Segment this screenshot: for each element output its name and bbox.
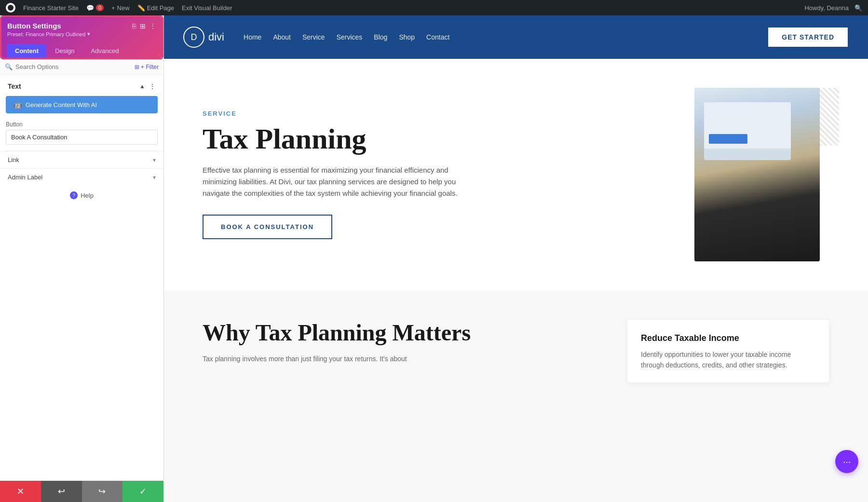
save-button[interactable]: ✓ (122, 481, 163, 502)
search-options-input[interactable] (15, 63, 135, 70)
panel-header: Button Settings ⎘ ⊞ ⋮ Preset: Finance Pr… (1, 17, 162, 58)
search-icon: 🔍 (5, 63, 13, 70)
redo-button[interactable]: ↪ (82, 481, 123, 502)
admin-label-chevron-icon: ▾ (153, 174, 156, 181)
panel-tabs: Content Design Advanced (7, 41, 156, 58)
comment-icon: 💬 (86, 4, 94, 12)
redo-icon: ↪ (98, 486, 106, 497)
ai-icon: 🤖 (14, 101, 22, 109)
tab-advanced[interactable]: Advanced (83, 44, 127, 58)
panel-bottom-bar: ✕ ↩ ↪ ✓ (0, 481, 163, 502)
reduce-taxable-card: Reduce Taxable Income Identify opportuni… (627, 319, 829, 383)
text-section-header[interactable]: Text ▲ ⋮ (0, 79, 163, 94)
duplicate-icon[interactable]: ⎘ (132, 22, 136, 30)
help-label: Help (81, 192, 94, 199)
button-field-group: Button (0, 119, 163, 150)
admin-bar-site-name[interactable]: Finance Starter Site (23, 4, 79, 12)
more-options-icon[interactable]: ⋮ (149, 22, 156, 30)
ai-btn-label: Generate Content With AI (26, 101, 97, 109)
save-icon: ✓ (139, 486, 147, 497)
fab-dots-icon: ··· (843, 456, 851, 467)
nav-service[interactable]: Service (302, 33, 325, 41)
link-chevron-icon: ▾ (153, 157, 156, 163)
link-section-label: Link (8, 156, 19, 163)
cancel-icon: ✕ (17, 486, 24, 497)
preset-chevron-icon: ▾ (87, 31, 90, 37)
admin-label-section-label: Admin Label (8, 174, 42, 181)
settings-sidebar: Button Settings ⎘ ⊞ ⋮ Preset: Finance Pr… (0, 15, 164, 502)
hero-description: Effective tax planning is essential for … (203, 164, 473, 199)
howdy-text: Howdy, Deanna (804, 4, 849, 12)
admin-bar-comments[interactable]: 💬 0 (86, 4, 104, 12)
nav-home[interactable]: Home (244, 33, 261, 41)
layout-icon[interactable]: ⊞ (140, 22, 146, 30)
ai-generate-button[interactable]: 🤖 Generate Content With AI (6, 96, 158, 113)
why-title: Why Tax Planning Matters (203, 319, 598, 346)
button-text-input[interactable] (6, 130, 158, 145)
hero-title: Tax Planning (203, 123, 665, 155)
tab-design[interactable]: Design (47, 44, 82, 58)
card-title: Reduce Taxable Income (641, 333, 815, 343)
hero-image (694, 88, 820, 261)
main-layout: Button Settings ⎘ ⊞ ⋮ Preset: Finance Pr… (0, 15, 868, 502)
hero-section: SERVICE Tax Planning Effective tax plann… (164, 59, 868, 290)
admin-bar-new[interactable]: + New (111, 4, 130, 12)
section-controls: ▲ ⋮ (139, 82, 156, 90)
website-preview: D divi Home About Service Services Blog … (164, 15, 868, 502)
nav-about[interactable]: About (273, 33, 291, 41)
nav-links: Home About Service Services Blog Shop Co… (244, 33, 449, 41)
why-section: Why Tax Planning Matters Tax planning in… (164, 290, 868, 412)
logo-letter: D (191, 32, 197, 42)
panel-icons: ⎘ ⊞ ⋮ (132, 22, 156, 30)
tab-content[interactable]: Content (7, 44, 46, 58)
comment-count: 0 (96, 4, 104, 11)
logo-circle-icon: D (183, 27, 204, 48)
admin-label-section-row[interactable]: Admin Label ▾ (0, 168, 163, 186)
help-circle-icon: ? (70, 191, 78, 199)
admin-bar-edit-page[interactable]: ✏️ Edit Page (137, 4, 174, 12)
undo-button[interactable]: ↩ (41, 481, 82, 502)
site-navigation: D divi Home About Service Services Blog … (164, 15, 868, 59)
edit-icon: ✏️ (137, 4, 145, 12)
hero-service-label: SERVICE (203, 110, 665, 117)
get-started-button[interactable]: GET STARTED (767, 27, 849, 48)
site-logo[interactable]: D divi (183, 27, 224, 48)
why-left: Why Tax Planning Matters Tax planning in… (203, 319, 598, 365)
card-description: Identify opportunities to lower your tax… (641, 349, 815, 371)
filter-button[interactable]: ⊞ + Filter (135, 64, 159, 70)
undo-icon: ↩ (58, 486, 65, 497)
hero-left: SERVICE Tax Planning Effective tax plann… (203, 110, 665, 239)
nav-blog[interactable]: Blog (374, 33, 387, 41)
nav-shop[interactable]: Shop (399, 33, 415, 41)
book-consultation-button[interactable]: BOOK A CONSULTATION (203, 215, 332, 239)
panel-title-row: Button Settings ⎘ ⊞ ⋮ (7, 22, 156, 30)
nav-contact[interactable]: Contact (426, 33, 449, 41)
filter-icon: ⊞ (135, 64, 139, 70)
admin-bar-exit-builder[interactable]: Exit Visual Builder (182, 4, 232, 12)
panel-search-row: 🔍 ⊞ + Filter (0, 59, 163, 75)
cancel-button[interactable]: ✕ (0, 481, 41, 502)
wp-admin-bar: Finance Starter Site 💬 0 + New ✏️ Edit P… (0, 0, 868, 15)
fab-button[interactable]: ··· (835, 450, 858, 473)
panel-title: Button Settings (7, 22, 61, 30)
admin-bar-right: Howdy, Deanna 🔍 (804, 4, 862, 12)
why-description: Tax planning involves more than just fil… (203, 353, 598, 364)
why-right: Reduce Taxable Income Identify opportuni… (627, 319, 829, 383)
nav-services[interactable]: Services (337, 33, 363, 41)
admin-search-icon[interactable]: 🔍 (854, 4, 862, 12)
panel-header-highlight: Button Settings ⎘ ⊞ ⋮ Preset: Finance Pr… (0, 15, 163, 59)
plus-icon: + (111, 4, 115, 12)
section-menu-icon[interactable]: ⋮ (149, 82, 156, 90)
button-field-label: Button (6, 121, 158, 128)
help-row[interactable]: ? Help (0, 186, 163, 205)
panel-body: Text ▲ ⋮ 🤖 Generate Content With AI Butt… (0, 75, 163, 481)
hero-right (694, 88, 829, 261)
logo-name: divi (208, 31, 224, 43)
text-section-title: Text (8, 82, 21, 90)
link-section-row[interactable]: Link ▾ (0, 151, 163, 168)
wp-logo-icon[interactable] (6, 3, 15, 13)
panel-preset[interactable]: Preset: Finance Primary Outlined ▾ (7, 31, 156, 37)
chevron-up-icon[interactable]: ▲ (139, 83, 145, 90)
preset-text: Preset: Finance Primary Outlined (7, 31, 85, 37)
